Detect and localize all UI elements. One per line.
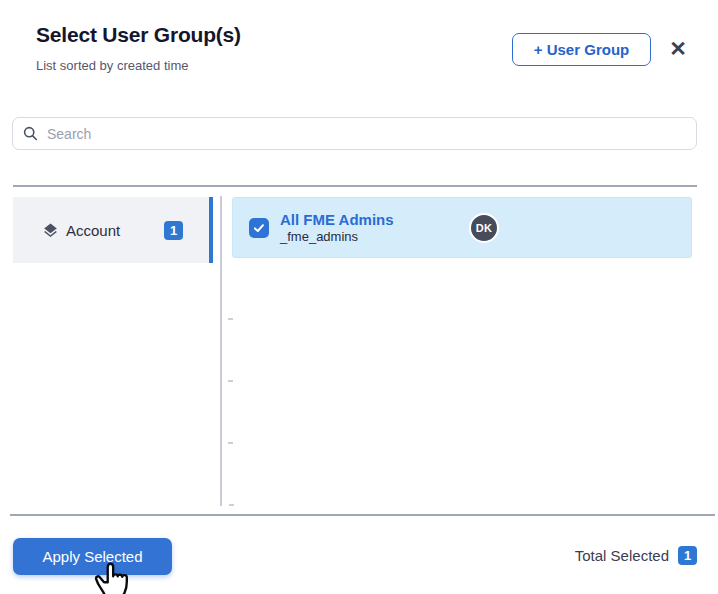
layers-icon (42, 222, 59, 239)
group-id: _fme_admins (280, 229, 394, 244)
sidebar-item-account[interactable]: Account 1 (13, 197, 212, 263)
sidebar-active-indicator (209, 197, 213, 263)
list-placeholder-dot (228, 442, 233, 444)
account-count-badge: 1 (164, 221, 183, 240)
select-user-group-dialog: Select User Group(s) List sorted by crea… (0, 0, 718, 594)
total-selected-badge: 1 (678, 546, 697, 565)
close-icon: ✕ (669, 38, 687, 59)
add-user-group-button[interactable]: + User Group (512, 33, 651, 66)
close-button[interactable]: ✕ (664, 34, 692, 62)
footer-divider (10, 514, 715, 516)
group-checkbox[interactable] (249, 218, 269, 238)
group-list-item[interactable]: All FME Admins _fme_admins DK (232, 197, 692, 258)
sidebar-item-label: Account (66, 222, 120, 239)
search-box[interactable] (12, 117, 697, 150)
group-text-block: All FME Admins _fme_admins (280, 211, 394, 244)
list-placeholder-dot (229, 504, 234, 506)
header-divider (13, 185, 697, 187)
checkmark-icon (253, 222, 265, 234)
panel-divider (220, 196, 222, 506)
add-user-group-label: + User Group (534, 41, 629, 58)
list-placeholder-dot (228, 318, 233, 320)
apply-selected-button[interactable]: Apply Selected (13, 538, 172, 575)
total-selected-label: Total Selected (575, 547, 669, 564)
sort-info-text: List sorted by created time (36, 58, 188, 73)
apply-selected-label: Apply Selected (42, 548, 142, 565)
avatar: DK (469, 213, 499, 243)
total-selected-wrap: Total Selected 1 (575, 546, 697, 565)
search-icon (23, 126, 38, 141)
list-placeholder-dot (228, 380, 233, 382)
page-title: Select User Group(s) (36, 23, 241, 47)
search-input[interactable] (47, 126, 686, 142)
group-name: All FME Admins (280, 211, 394, 228)
